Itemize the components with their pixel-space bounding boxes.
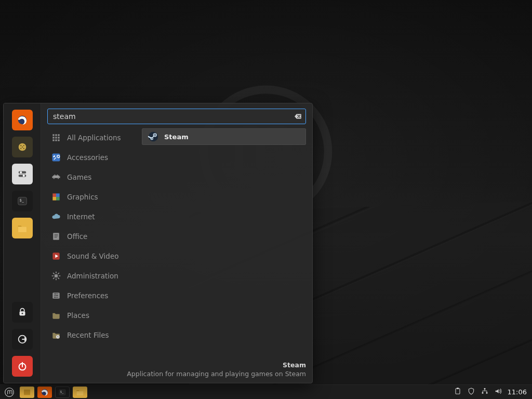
- tray-sound[interactable]: [494, 387, 502, 397]
- results-list: Steam: [142, 128, 306, 357]
- rail-software-manager[interactable]: [12, 137, 33, 157]
- rail-lock-screen[interactable]: [12, 302, 33, 323]
- svg-point-3: [20, 145, 21, 146]
- taskbar-show-desktop[interactable]: [20, 387, 34, 398]
- gear-icon: [50, 270, 62, 282]
- play-icon: [50, 250, 62, 262]
- svg-point-58: [55, 293, 56, 295]
- svg-rect-33: [57, 175, 58, 176]
- svg-point-64: [154, 135, 156, 136]
- tray-firewall[interactable]: [467, 387, 475, 397]
- category-graphics[interactable]: Graphics: [47, 188, 137, 206]
- svg-point-5: [20, 148, 21, 149]
- sound-icon: [494, 387, 502, 395]
- category-places[interactable]: Places: [47, 306, 137, 325]
- tools-icon: [50, 152, 62, 163]
- search-clear-button[interactable]: [292, 111, 303, 122]
- svg-rect-36: [52, 193, 56, 197]
- category-office[interactable]: Office: [47, 227, 137, 246]
- svg-rect-34: [54, 178, 55, 179]
- tray-updates[interactable]: [454, 387, 462, 397]
- svg-text:$_: $_: [60, 389, 64, 393]
- svg-rect-32: [55, 175, 56, 176]
- tray-network[interactable]: [481, 387, 489, 397]
- clipboard-icon: [454, 387, 462, 395]
- svg-rect-71: [456, 389, 460, 394]
- svg-rect-30: [52, 176, 54, 178]
- menu-favorites-rail: $_: [4, 103, 41, 383]
- document-icon: [50, 231, 62, 242]
- category-recent-files[interactable]: Recent Files: [47, 326, 137, 344]
- desktop-icon: [22, 388, 32, 397]
- svg-rect-75: [486, 392, 487, 394]
- result-steam[interactable]: Steam: [142, 128, 306, 145]
- taskbar-files[interactable]: [73, 387, 87, 398]
- svg-rect-24: [58, 137, 59, 138]
- firefox-icon: [40, 388, 49, 397]
- category-games[interactable]: Games: [47, 168, 137, 187]
- svg-rect-29: [53, 176, 59, 178]
- category-label: Office: [67, 232, 87, 241]
- svg-point-15: [21, 313, 23, 314]
- taskbar-firefox[interactable]: [37, 387, 52, 398]
- category-accessories[interactable]: Accessories: [47, 148, 137, 167]
- category-label: Preferences: [67, 291, 108, 300]
- result-label: Steam: [164, 133, 189, 141]
- svg-text:$_: $_: [19, 198, 24, 203]
- rail-logout[interactable]: [12, 329, 33, 350]
- rail-quit[interactable]: [12, 356, 33, 377]
- rail-firefox[interactable]: [12, 110, 33, 130]
- mint-logo-icon: [4, 387, 15, 397]
- graphics-icon: [50, 191, 62, 203]
- category-all-applications[interactable]: All Applications: [47, 128, 137, 147]
- svg-rect-37: [56, 193, 60, 197]
- rail-files[interactable]: [12, 218, 33, 238]
- svg-rect-8: [18, 171, 26, 174]
- category-label: Accessories: [67, 153, 108, 162]
- category-label: Places: [67, 311, 89, 320]
- category-administration[interactable]: Administration: [47, 267, 137, 285]
- svg-rect-23: [55, 137, 57, 138]
- svg-point-9: [20, 171, 22, 174]
- taskbar-terminal[interactable]: $_: [55, 387, 70, 398]
- svg-rect-38: [52, 197, 56, 201]
- category-preferences[interactable]: Preferences: [47, 286, 137, 305]
- category-label: All Applications: [67, 134, 121, 142]
- search-input[interactable]: [47, 109, 306, 124]
- terminal-icon: $_: [58, 388, 67, 397]
- svg-line-53: [58, 273, 59, 274]
- backspace-icon: [293, 112, 302, 121]
- shield-icon: [467, 387, 475, 395]
- category-label: Graphics: [67, 193, 98, 201]
- svg-rect-67: [24, 389, 30, 395]
- footer-description: Application for managing and playing gam…: [47, 370, 306, 379]
- category-label: Internet: [67, 212, 95, 221]
- category-sound-video[interactable]: Sound & Video: [47, 247, 137, 265]
- application-menu: $_ All Applications: [3, 103, 313, 383]
- category-label: Sound & Video: [67, 252, 118, 260]
- category-internet[interactable]: Internet: [47, 207, 137, 226]
- taskbar: $_ 11:06: [0, 384, 532, 399]
- rail-system-settings[interactable]: [12, 164, 33, 184]
- svg-point-45: [55, 274, 58, 278]
- svg-point-4: [23, 145, 24, 146]
- sliders-icon: [50, 290, 62, 301]
- svg-rect-26: [55, 139, 57, 141]
- rail-terminal[interactable]: $_: [12, 191, 33, 211]
- cloud-icon: [50, 211, 62, 222]
- svg-rect-31: [59, 176, 60, 178]
- folder-icon: [50, 310, 62, 321]
- svg-rect-74: [482, 392, 483, 394]
- svg-rect-25: [52, 139, 54, 141]
- clock[interactable]: 11:06: [508, 388, 527, 396]
- menu-body: All Applications Accessories Games Graph…: [41, 103, 312, 383]
- svg-rect-19: [52, 134, 54, 136]
- svg-point-6: [23, 148, 24, 149]
- svg-rect-72: [457, 388, 459, 389]
- svg-rect-35: [58, 178, 59, 179]
- svg-rect-10: [18, 175, 26, 177]
- search-wrap: [47, 109, 306, 124]
- menu-button[interactable]: [2, 385, 17, 399]
- category-label: Games: [67, 173, 91, 181]
- svg-rect-21: [58, 134, 59, 136]
